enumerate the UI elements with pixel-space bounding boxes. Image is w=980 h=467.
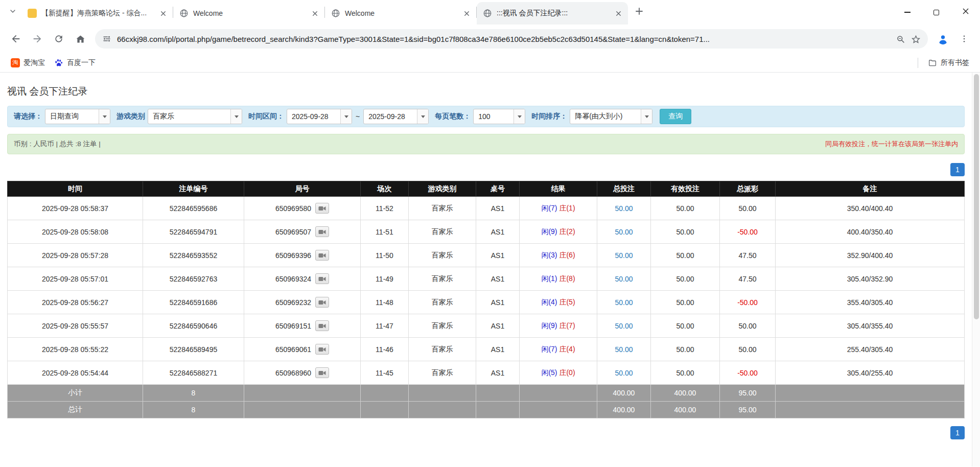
dropdown-arrow-icon[interactable] (230, 109, 242, 124)
browser-tab-betrecord-active[interactable]: :::视讯 会员下注纪录::: (477, 2, 628, 25)
query-type-select[interactable]: 日期查询 (45, 109, 110, 124)
close-window-button[interactable] (951, 0, 980, 25)
pagination-page-button[interactable]: 1 (950, 163, 965, 176)
total-bet-link[interactable]: 50.00 (615, 322, 633, 330)
note-cell: 352.90/400.40 (776, 244, 965, 267)
sort-order-select[interactable]: 降幂(由大到小) (570, 109, 652, 124)
total-bet-cell: 50.00 (597, 244, 651, 267)
video-replay-button[interactable] (315, 367, 329, 378)
dropdown-arrow-icon[interactable] (641, 109, 652, 124)
result-banker: 庄(6) (559, 251, 575, 259)
total-bet-link[interactable]: 50.00 (615, 369, 633, 377)
result-player: 闲(1) (541, 274, 557, 283)
taobao-favicon-icon: 淘 (11, 58, 20, 67)
video-replay-button[interactable] (315, 297, 329, 308)
profile-button[interactable] (933, 29, 952, 49)
total-bet-link[interactable]: 50.00 (615, 298, 633, 307)
site-info-icon[interactable] (102, 34, 111, 43)
home-icon (75, 34, 86, 44)
video-replay-button[interactable] (315, 250, 329, 261)
maximize-button[interactable] (922, 0, 951, 25)
result-banker: 庄(8) (559, 274, 575, 283)
video-replay-button[interactable] (315, 226, 329, 237)
page-size-value: 100 (474, 109, 514, 124)
total-bet-link[interactable]: 50.00 (615, 251, 633, 260)
new-tab-button[interactable] (631, 4, 647, 20)
note-cell: 355.40/305.40 (776, 291, 965, 314)
bet-record-row: 2025-09-28 05:55:57522846590646650969151… (8, 314, 965, 338)
valid-bet-cell: 50.00 (651, 361, 720, 385)
tab-title: Welcome (345, 9, 457, 17)
scrollbar-thumb[interactable] (974, 74, 979, 319)
video-replay-button[interactable] (315, 320, 329, 331)
page-content: 视讯 会员下注纪录 请选择： 日期查询 游戏类别 百家乐 时间区间： 2025-… (0, 73, 972, 466)
forward-button[interactable] (28, 29, 47, 49)
menu-button[interactable] (954, 29, 974, 49)
tab-close-icon[interactable] (614, 9, 623, 18)
empty-cell (244, 385, 361, 402)
dropdown-arrow-icon[interactable] (514, 109, 525, 124)
browser-tab-welcome-2[interactable]: Welcome (325, 2, 476, 25)
result-banker: 庄(4) (559, 345, 575, 353)
tab-title: 【新提醒】海燕策略论坛 - 综合... (41, 9, 154, 18)
subtotal-row: 小计 8 400.00 400.00 95.00 (8, 385, 965, 402)
back-button[interactable] (6, 29, 26, 49)
empty-cell (776, 402, 965, 418)
page-scrollbar[interactable] (972, 73, 980, 466)
note-cell: 255.40/305.40 (776, 338, 965, 361)
url-text[interactable]: 66cxkj98.com/ipl/portal.php/game/betreco… (117, 35, 890, 43)
total-bet-link[interactable]: 50.00 (615, 204, 633, 213)
column-header: 注单编号 (143, 181, 244, 197)
total-bet-link[interactable]: 50.00 (615, 228, 633, 236)
tab-close-icon[interactable] (462, 9, 471, 18)
valid-bet-cell: 50.00 (651, 338, 720, 361)
date-from-select[interactable]: 2025-09-28 (287, 109, 352, 124)
all-bookmarks-button[interactable]: 所有书签 (923, 56, 974, 69)
reload-button[interactable] (49, 29, 68, 49)
address-bar[interactable]: 66cxkj98.com/ipl/portal.php/game/betreco… (95, 29, 928, 49)
round-number: 650969324 (275, 275, 311, 283)
page-size-select[interactable]: 100 (473, 109, 525, 124)
tab-close-icon[interactable] (158, 9, 168, 18)
plus-icon (635, 7, 644, 18)
result-cell: 闲(7) 庄(4) (520, 338, 597, 361)
dropdown-arrow-icon[interactable] (417, 109, 428, 124)
note-cell: 350.40/400.40 (776, 197, 965, 220)
empty-cell (409, 402, 476, 418)
tab-close-icon[interactable] (310, 9, 319, 18)
video-replay-button[interactable] (315, 273, 329, 284)
bet-time-cell: 2025-09-28 05:57:28 (8, 244, 143, 267)
total-bet-link[interactable]: 50.00 (615, 345, 633, 354)
forward-icon (32, 33, 43, 44)
empty-cell (476, 385, 520, 402)
dropdown-arrow-icon[interactable] (340, 109, 352, 124)
zoom-icon[interactable] (896, 34, 905, 44)
search-button[interactable]: 查询 (660, 109, 691, 124)
bet-record-row: 2025-09-28 05:57:01522846592763650969324… (8, 267, 965, 291)
result-player: 闲(7) (541, 345, 557, 353)
payout-cell: -50.00 (720, 220, 776, 244)
video-replay-button[interactable] (315, 344, 329, 355)
page-title: 视讯 会员下注纪录 (7, 85, 965, 98)
date-to-select[interactable]: 2025-09-28 (363, 109, 429, 124)
maximize-icon (934, 10, 939, 15)
minimize-icon (904, 12, 911, 13)
dropdown-arrow-icon[interactable] (99, 109, 110, 124)
bookmark-baidu[interactable]: 百度一下 (50, 56, 100, 69)
game-type-select[interactable]: 百家乐 (148, 109, 242, 124)
globe-favicon-icon (483, 9, 492, 18)
tab-search-button[interactable] (4, 4, 21, 21)
minimize-button[interactable] (893, 0, 922, 25)
total-bet-link[interactable]: 50.00 (615, 275, 633, 283)
window-controls (893, 0, 980, 25)
bookmark-aitaobao[interactable]: 淘 爱淘宝 (6, 56, 50, 69)
home-button[interactable] (71, 29, 90, 49)
browser-tab-forum[interactable]: 【新提醒】海燕策略论坛 - 综合... (21, 2, 173, 25)
pagination-page-button[interactable]: 1 (950, 426, 965, 439)
note-cell: 305.40/355.40 (776, 314, 965, 338)
video-replay-button[interactable] (315, 203, 329, 214)
bookmark-star-icon[interactable] (911, 34, 921, 44)
tab-title: :::视讯 会员下注纪录::: (497, 9, 609, 18)
browser-tab-welcome-1[interactable]: Welcome (173, 2, 324, 25)
payout-cell: 50.00 (720, 338, 776, 361)
